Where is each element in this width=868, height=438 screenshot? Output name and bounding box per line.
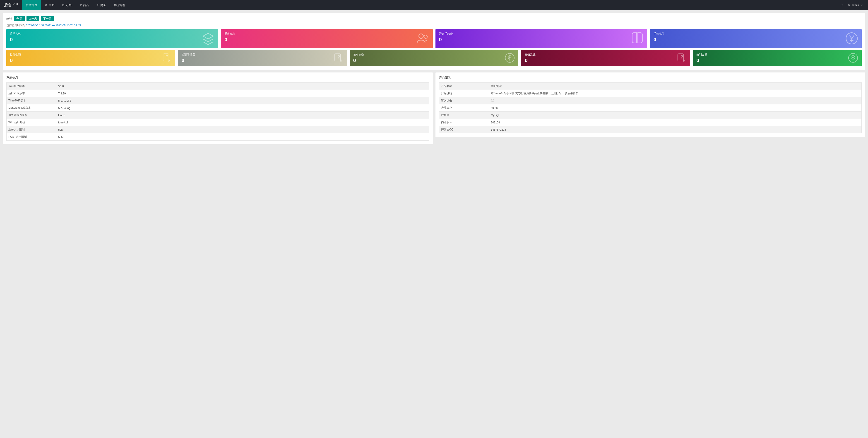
table-row: 运行PHP版本7.3.29 bbox=[6, 90, 429, 97]
svg-text:?: ? bbox=[337, 54, 340, 59]
logo-text: 后台 bbox=[4, 0, 12, 10]
table-row: 当前程序版本V1.0 bbox=[6, 83, 429, 90]
tile-title: 通道充值 bbox=[224, 32, 429, 36]
row-value: V1.0 bbox=[56, 83, 429, 90]
nav-home[interactable]: 后台首页 bbox=[22, 0, 41, 10]
svg-point-6 bbox=[424, 35, 427, 38]
table-row: 请勿点击 bbox=[439, 97, 862, 104]
table-row: POST大小限制50M bbox=[6, 133, 429, 140]
tiles-row-2: 提现金额 0 ? 提现手续费 0 ? 抢单次数 0 充值次数 0 ? 盈利金额 bbox=[6, 50, 862, 66]
nav-system[interactable]: 系统管理 bbox=[110, 0, 129, 10]
yen-circle-icon bbox=[845, 32, 859, 46]
doc-edit-icon: ? bbox=[333, 52, 344, 64]
row-key: 产品说明 bbox=[439, 90, 489, 97]
dollar-circle-icon bbox=[848, 52, 859, 64]
svg-point-5 bbox=[419, 34, 423, 38]
nav-label: 商品 bbox=[83, 3, 89, 7]
tile-withdraw-fee[interactable]: 提现手续费 0 ? bbox=[178, 50, 347, 66]
logo-version: V1.0 bbox=[13, 0, 18, 9]
loading-icon bbox=[491, 99, 494, 102]
document-icon bbox=[62, 4, 65, 6]
stat-toolbar: 统计 今 天 上一天 下一天 bbox=[6, 16, 862, 21]
header-right: admin bbox=[840, 4, 868, 7]
next-day-button[interactable]: 下一天 bbox=[41, 16, 54, 21]
top-header: 后台 V1.0 后台首页 用户 订单 商品 财务 系统管理 bbox=[0, 0, 868, 10]
refresh-icon bbox=[840, 4, 843, 6]
tile-title: 通道手续费 bbox=[439, 32, 644, 36]
nav-finance[interactable]: 财务 bbox=[93, 0, 110, 10]
nav-orders[interactable]: 订单 bbox=[58, 0, 75, 10]
table-row: 服务器操作系统Linux bbox=[6, 112, 429, 119]
svg-text:?: ? bbox=[681, 54, 683, 59]
query-time-line: 当前查询时间为:2022-06-15 00:00:00 --- 2022-06-… bbox=[6, 24, 862, 27]
svg-point-2 bbox=[80, 6, 81, 6]
tile-title: 提现手续费 bbox=[182, 53, 343, 57]
query-time-prefix: 当前查询时间为: bbox=[6, 24, 26, 27]
row-key: 当前程序版本 bbox=[6, 83, 56, 90]
row-value bbox=[489, 97, 862, 104]
row-value: 学习测试 bbox=[489, 83, 862, 90]
tile-value: 0 bbox=[439, 37, 644, 42]
tile-value: 0 bbox=[353, 58, 515, 63]
row-value: 5.1.41 LTS bbox=[56, 97, 429, 104]
table-row: 数据库MySQL bbox=[439, 112, 862, 119]
table-row: WEB运行环境fpm-fcgi bbox=[6, 119, 429, 126]
user-icon bbox=[44, 4, 48, 6]
main-nav: 后台首页 用户 订单 商品 财务 系统管理 bbox=[22, 0, 129, 10]
svg-point-4 bbox=[848, 4, 849, 5]
row-key: 产品名称 bbox=[439, 83, 489, 90]
user-menu[interactable]: admin bbox=[847, 4, 863, 7]
tile-channel-fee[interactable]: 通道手续费 0 bbox=[435, 29, 647, 48]
row-value: 本Demo只为学习测试交流,请勿要做商业或者用于违法行为,一切后果自负. bbox=[489, 90, 862, 97]
logo: 后台 V1.0 bbox=[0, 0, 22, 10]
user-icon bbox=[847, 4, 850, 6]
row-key: 请勿点击 bbox=[439, 97, 489, 104]
row-key: 上传大小限制 bbox=[6, 126, 56, 133]
tile-title: 手动充值 bbox=[654, 32, 858, 36]
book-icon bbox=[630, 32, 644, 46]
row-value: MySQL bbox=[489, 112, 862, 119]
tile-title: 注册人数 bbox=[10, 32, 214, 36]
query-time-value: 2022-06-15 00:00:00 --- 2022-06-15 23:59… bbox=[26, 24, 81, 27]
nav-products[interactable]: 商品 bbox=[75, 0, 93, 10]
cart-icon bbox=[79, 4, 82, 6]
row-value: Linux bbox=[56, 112, 429, 119]
tile-recharge-count[interactable]: 充值次数 0 ? bbox=[521, 50, 690, 66]
nav-users[interactable]: 用户 bbox=[41, 0, 58, 10]
content-area: 统计 今 天 上一天 下一天 当前查询时间为:2022-06-15 00:00:… bbox=[0, 10, 868, 147]
svg-text:?: ? bbox=[166, 54, 168, 59]
tile-profit[interactable]: 盈利金额 0 bbox=[693, 50, 862, 66]
nav-label: 后台首页 bbox=[26, 3, 37, 7]
prev-day-button[interactable]: 上一天 bbox=[27, 16, 39, 21]
tile-grab-count[interactable]: 抢单次数 0 bbox=[350, 50, 519, 66]
row-key: ThinkPHP版本 bbox=[6, 97, 56, 104]
nav-label: 订单 bbox=[66, 3, 72, 7]
tile-value: 0 bbox=[654, 37, 858, 42]
users-icon bbox=[416, 32, 430, 46]
row-key: 内部版号 bbox=[439, 119, 489, 126]
yen-icon bbox=[96, 4, 99, 6]
row-value: 1467572213 bbox=[489, 126, 862, 133]
tiles-row-1: 注册人数 0 通道充值 0 通道手续费 0 手动充值 0 bbox=[6, 29, 862, 48]
doc-edit-icon: ? bbox=[676, 52, 687, 64]
tile-title: 提现金额 bbox=[10, 53, 172, 57]
refresh-button[interactable] bbox=[840, 4, 843, 6]
row-value: 50M bbox=[56, 133, 429, 140]
row-key: WEB运行环境 bbox=[6, 119, 56, 126]
table-row: 产品大小50.5M bbox=[439, 104, 862, 112]
table-row: ThinkPHP版本5.1.41 LTS bbox=[6, 97, 429, 104]
nav-label: 财务 bbox=[100, 3, 106, 7]
tile-manual-recharge[interactable]: 手动充值 0 bbox=[650, 29, 862, 48]
row-value: 202108 bbox=[489, 119, 862, 126]
table-row: 上传大小限制50M bbox=[6, 126, 429, 133]
today-button[interactable]: 今 天 bbox=[14, 16, 25, 21]
tile-value: 0 bbox=[10, 58, 172, 63]
tile-withdraw-amount[interactable]: 提现金额 0 ? bbox=[6, 50, 175, 66]
tile-title: 抢单次数 bbox=[353, 53, 515, 57]
tile-channel-recharge[interactable]: 通道充值 0 bbox=[221, 29, 433, 48]
sysinfo-card: 系统信息 当前程序版本V1.0运行PHP版本7.3.29ThinkPHP版本5.… bbox=[3, 72, 433, 144]
table-row: 产品说明本Demo只为学习测试交流,请勿要做商业或者用于违法行为,一切后果自负. bbox=[439, 90, 862, 97]
tile-registrations[interactable]: 注册人数 0 bbox=[6, 29, 218, 48]
table-row: 产品名称学习测试 bbox=[439, 83, 862, 90]
row-value: fpm-fcgi bbox=[56, 119, 429, 126]
